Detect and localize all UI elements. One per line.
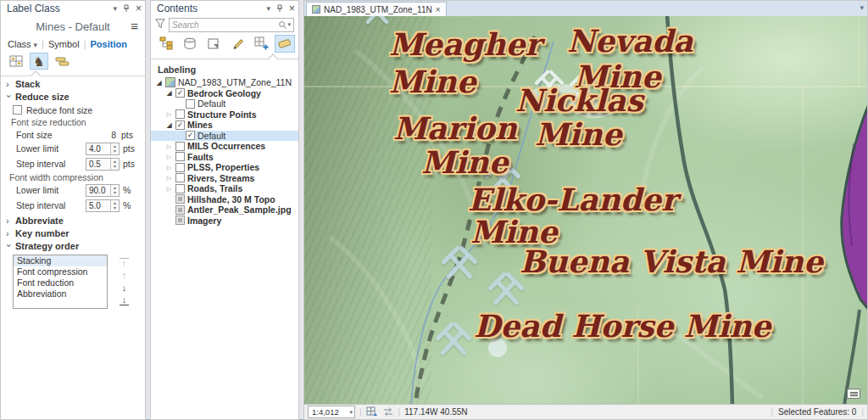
visibility-checkbox[interactable]: [175, 184, 185, 193]
spinner[interactable]: ▴▾: [110, 159, 119, 170]
expander-expanded-icon[interactable]: ◢: [165, 121, 173, 129]
tree-item-imagery[interactable]: Imagery: [151, 216, 298, 227]
conflict-resolution-mode-button[interactable]: [53, 53, 71, 70]
map-overlay-button[interactable]: [847, 389, 860, 399]
visibility-checkbox[interactable]: [186, 99, 195, 109]
tree-item-label: Roads, Trails: [187, 183, 242, 193]
list-by-drawing-order-button[interactable]: [156, 35, 176, 53]
pts-unit: pts: [123, 143, 138, 154]
tree-item-antler-peak-sample-jpg[interactable]: Antler_Peak_Sample.jpg: [151, 204, 298, 216]
spinner[interactable]: ▴▾: [110, 143, 119, 154]
status-sync-button[interactable]: [382, 406, 394, 417]
close-icon[interactable]: ×: [289, 4, 295, 13]
tree-item-structure-points[interactable]: ▷Structure Points: [151, 109, 298, 120]
expander-collapsed-icon[interactable]: ▷: [165, 110, 173, 118]
tab-close-icon[interactable]: ×: [436, 5, 441, 14]
map-label: Nevada: [567, 25, 693, 56]
tree-item-default[interactable]: Default: [151, 98, 298, 109]
pin-icon[interactable]: [276, 4, 283, 13]
tab-class[interactable]: Class ▾: [8, 39, 37, 49]
expander-collapsed-icon[interactable]: ▷: [165, 185, 173, 193]
tree-item-mils-occurrences[interactable]: ▷MILS Occurrences: [151, 141, 298, 152]
tree-item-bedrock-geology[interactable]: ◢✓Bedrock Geology: [151, 88, 298, 99]
strategy-item[interactable]: Font compression: [14, 266, 107, 277]
scale-combo[interactable]: 1:4,012 ▾: [308, 406, 355, 418]
reduce-font-size-checkbox[interactable]: [13, 105, 22, 115]
class-tab-caret-icon: ▾: [34, 41, 38, 49]
font-lower-limit-input[interactable]: 4.0▴▾: [86, 143, 120, 155]
move-to-top-button[interactable]: ↑: [120, 258, 129, 268]
strategy-order-section-header[interactable]: ›Strategy order: [1, 241, 145, 251]
expander-expanded-icon[interactable]: ◢: [165, 89, 173, 97]
step-interval-label: Step interval: [16, 159, 86, 169]
raster-layer-icon: [175, 216, 185, 225]
spinner[interactable]: ▴▾: [110, 200, 119, 211]
tab-separator: |: [42, 39, 44, 49]
list-by-data-source-button[interactable]: [180, 35, 200, 53]
tree-item-plss-properties[interactable]: ▷PLSS, Properties: [151, 162, 298, 173]
fitting-strategy-mode-button[interactable]: ♞: [30, 53, 48, 70]
list-by-labeling-button[interactable]: [275, 35, 295, 53]
width-lower-limit-input[interactable]: 90.0▴▾: [86, 184, 120, 197]
panel-menu-caret-icon[interactable]: ▾: [266, 4, 270, 13]
width-step-interval-input[interactable]: 5.0▴▾: [86, 199, 120, 212]
tree-item-hillshade-30-m-topo[interactable]: Hillshade, 30 M Topo: [151, 194, 298, 205]
status-grid-button[interactable]: [366, 406, 378, 417]
map-label: Mine: [470, 216, 558, 247]
search-input-box[interactable]: ▾: [169, 18, 294, 32]
tab-well-caret-icon[interactable]: ▾: [860, 3, 864, 12]
move-up-button[interactable]: ↑: [120, 271, 129, 280]
tab-position[interactable]: Position: [91, 39, 127, 49]
label-tag-icon: [277, 37, 292, 49]
panel-options-menu-icon[interactable]: ≡: [131, 19, 138, 33]
pin-icon[interactable]: [123, 4, 130, 13]
visibility-checkbox[interactable]: ✓: [175, 120, 185, 130]
statusbar-separator: |: [861, 407, 864, 417]
tree-item-faults[interactable]: ▷Faults: [151, 152, 298, 163]
list-by-selection-button[interactable]: [203, 35, 224, 53]
spinner[interactable]: ▴▾: [110, 185, 119, 196]
expander-collapsed-icon[interactable]: ▷: [165, 174, 173, 182]
tree-item-mines[interactable]: ◢✓Mines: [151, 120, 298, 131]
expander-expanded-icon[interactable]: ◢: [155, 79, 163, 87]
map-tab[interactable]: NAD_1983_UTM_Zone_11N ×: [306, 2, 447, 16]
font-step-interval-input[interactable]: 0.5▴▾: [86, 158, 120, 171]
key-number-section-header[interactable]: ›Key number: [1, 228, 145, 238]
tree-item-nad-1983-utm-zone-11n[interactable]: ◢NAD_1983_UTM_Zone_11N: [151, 77, 298, 88]
strategy-item[interactable]: Stacking: [14, 255, 107, 266]
strategy-item[interactable]: Font reduction: [14, 277, 107, 288]
visibility-checkbox[interactable]: ✓: [186, 131, 195, 140]
visibility-checkbox[interactable]: [175, 163, 185, 172]
map-canvas[interactable]: MeagherMineNevadaMineNicklasMineMarionMi…: [304, 16, 867, 404]
reduce-size-section-header[interactable]: ›Reduce size: [1, 92, 145, 102]
visibility-checkbox[interactable]: [175, 142, 185, 151]
tab-symbol[interactable]: Symbol: [48, 39, 80, 49]
move-to-bottom-button[interactable]: ↓: [120, 295, 129, 305]
panel-menu-caret-icon[interactable]: ▾: [113, 4, 117, 13]
expander-collapsed-icon[interactable]: ▷: [165, 153, 173, 160]
strategy-order-list[interactable]: StackingFont compressionFont reductionAb…: [13, 255, 108, 309]
visibility-checkbox[interactable]: [175, 109, 185, 119]
strategy-item[interactable]: Abbreviation: [14, 288, 107, 300]
expander-collapsed-icon[interactable]: ▷: [165, 143, 173, 150]
font-width-compression-label: Font width compression: [1, 171, 145, 182]
stack-section-header[interactable]: ›Stack: [1, 79, 145, 89]
tree-item-roads-trails[interactable]: ▷Roads, Trails: [151, 183, 298, 194]
abbreviate-section-header[interactable]: ›Abbreviate: [1, 216, 145, 226]
position-mode-button[interactable]: [7, 53, 25, 70]
expander-collapsed-icon[interactable]: ▷: [165, 164, 173, 171]
filter-funnel-icon[interactable]: [155, 17, 165, 32]
move-down-button[interactable]: ↓: [120, 283, 129, 293]
visibility-checkbox[interactable]: [175, 173, 185, 182]
close-icon[interactable]: ×: [136, 4, 142, 13]
visibility-checkbox[interactable]: [175, 152, 185, 161]
tree-item-rivers-streams[interactable]: ▷Rivers, Streams: [151, 173, 298, 184]
tree-item-default[interactable]: ✓Default: [151, 131, 298, 142]
list-by-snapping-button[interactable]: [251, 35, 271, 53]
search-input[interactable]: [172, 20, 278, 30]
selection-box-icon: [207, 37, 220, 50]
visibility-checkbox[interactable]: ✓: [175, 88, 185, 98]
map-view: NAD_1983_UTM_Zone_11N × ▾: [303, 0, 868, 420]
search-options-caret-icon[interactable]: ▾: [287, 21, 291, 28]
list-by-editing-button[interactable]: [227, 35, 248, 53]
